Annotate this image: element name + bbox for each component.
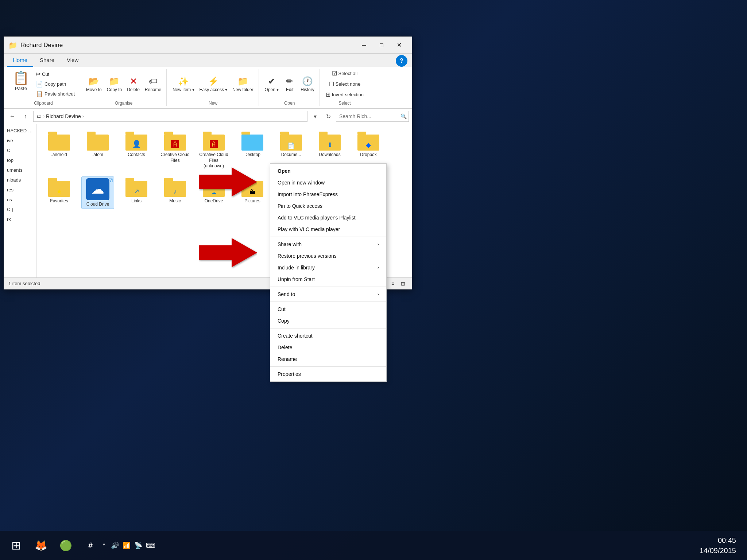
close-button[interactable]: ✕ <box>391 39 407 52</box>
sidebar-item-8[interactable]: C:) <box>4 205 36 214</box>
delete-button[interactable]: ✕ Delete <box>125 75 142 94</box>
paste-shortcut-button[interactable]: 📋 Paste shortcut <box>34 89 77 98</box>
sidebar-item-5[interactable]: nloads <box>4 175 36 185</box>
ctx-import-phraseexpress[interactable]: Import into PhraseExpress <box>270 188 386 200</box>
new-item-button[interactable]: ✨ New item ▾ <box>170 75 196 94</box>
edit-button[interactable]: ✏ Edit <box>282 75 298 94</box>
tab-view[interactable]: View <box>61 54 84 67</box>
window-controls: ─ □ ✕ <box>356 39 407 52</box>
refresh-button[interactable]: ↻ <box>323 111 334 122</box>
details-view-button[interactable]: ≡ <box>388 279 397 288</box>
ribbon-tabs: Home Share View <box>4 54 87 67</box>
help-button[interactable]: ? <box>396 55 407 67</box>
paste-button[interactable]: 📋 Paste <box>10 69 32 99</box>
minimize-button[interactable]: ─ <box>356 39 372 52</box>
tab-share[interactable]: Share <box>34 54 60 67</box>
address-dropdown-button[interactable]: ▾ <box>310 111 321 122</box>
back-button[interactable]: ← <box>7 111 18 122</box>
breadcrumb-richard[interactable]: Richard Devine <box>46 113 81 119</box>
contacts-overlay-icon: 👤 <box>132 140 141 148</box>
tray-icon-keyboard: ⌨ <box>146 541 155 549</box>
tab-home[interactable]: Home <box>7 54 33 67</box>
folder-cloud-drive[interactable]: ☑ ☁ Cloud Drive <box>81 176 114 209</box>
easy-access-button[interactable]: ⚡ Easy access ▾ <box>197 75 230 94</box>
ctx-cut[interactable]: Cut <box>270 303 386 315</box>
dropbox-overlay-icon: ◆ <box>366 141 371 149</box>
sidebar-item-3[interactable]: top <box>4 155 36 165</box>
up-button[interactable]: ↑ <box>20 111 31 122</box>
new-folder-icon: 📁 <box>237 76 248 86</box>
ctx-open-new-window[interactable]: Open in new window <box>270 177 386 188</box>
taskbar-firefox[interactable]: 🦊 <box>30 534 52 556</box>
adobe2-overlay-icon: 🅰 <box>210 140 218 149</box>
cut-button[interactable]: ✂ Cut <box>34 70 77 79</box>
search-icon[interactable]: 🔍 <box>400 113 407 119</box>
ctx-play-vlc[interactable]: Play with VLC media player <box>270 223 386 235</box>
copy-to-button[interactable]: 📁 Copy to <box>105 75 124 94</box>
ctx-sep-2 <box>270 287 386 287</box>
ctx-include-library[interactable]: Include in library › <box>270 262 386 273</box>
copy-path-button[interactable]: 📄 Copy path <box>34 79 77 89</box>
paste-icon: 📋 <box>13 70 29 86</box>
invert-selection-button[interactable]: ⊞ Invert selection <box>324 90 366 99</box>
folder-contacts[interactable]: 👤 Contacts <box>120 130 153 171</box>
folder-android[interactable]: .android <box>43 130 76 171</box>
start-button[interactable]: ⊞ <box>5 534 27 556</box>
ctx-create-shortcut[interactable]: Create shortcut <box>270 330 386 342</box>
breadcrumb-root[interactable]: 🗂 <box>36 113 42 119</box>
sidebar-item-2[interactable]: C <box>4 145 36 155</box>
taskbar-clock[interactable]: 00:45 14/09/2015 <box>700 535 743 556</box>
sidebar-item-7[interactable]: os <box>4 195 36 205</box>
sidebar-item-1[interactable]: ive <box>4 136 36 145</box>
sidebar-item-6[interactable]: res <box>4 185 36 195</box>
paste-shortcut-label: Paste shortcut <box>44 91 75 97</box>
folder-atom[interactable]: .atom <box>81 130 114 171</box>
sidebar-item-9[interactable]: rk <box>4 214 36 224</box>
search-wrapper: 🔍 <box>336 111 409 122</box>
delete-icon: ✕ <box>130 76 137 86</box>
ctx-sep-1 <box>270 237 386 237</box>
status-text: 1 item selected <box>8 281 40 286</box>
ctx-properties[interactable]: Properties <box>270 368 386 380</box>
ctx-sep-5 <box>270 366 386 367</box>
ctx-unpin-start[interactable]: Unpin from Start <box>270 273 386 285</box>
taskbar: ⊞ 🦊 🟢 # ^ 🔊 📶 📡 ⌨ 00:45 14/09/2015 <box>0 531 747 560</box>
folder-links[interactable]: ↗ Links <box>120 176 153 209</box>
ctx-open[interactable]: Open <box>270 165 386 177</box>
rename-button[interactable]: 🏷 Rename <box>143 75 163 94</box>
ctx-pin-quick-access[interactable]: Pin to Quick access <box>270 200 386 212</box>
ctx-add-vlc-playlist[interactable]: Add to VLC media player's Playlist <box>270 212 386 223</box>
ribbon-content: 📋 Paste ✂ Cut 📄 Copy path 📋 <box>4 67 412 108</box>
folder-creative-cloud[interactable]: 🅰 Creative Cloud Files <box>159 130 191 171</box>
move-to-button[interactable]: 📂 Move to <box>84 75 104 94</box>
ctx-delete[interactable]: Delete <box>270 342 386 353</box>
taskbar-hangouts[interactable]: 🟢 <box>55 534 77 556</box>
clipboard-group-label: Clipboard <box>10 99 77 106</box>
history-button[interactable]: 🕐 History <box>298 75 316 94</box>
select-all-button[interactable]: ☑ Select all <box>330 69 360 78</box>
ctx-send-to[interactable]: Send to › <box>270 288 386 300</box>
sidebar-item-0[interactable]: HACKED v2.0.↑ <box>4 126 36 136</box>
address-bar: ← ↑ 🗂 › Richard Devine › ▾ ↻ 🔍 <box>4 109 412 124</box>
ctx-share-with[interactable]: Share with › <box>270 238 386 250</box>
search-input[interactable] <box>336 111 409 122</box>
folder-creative-cloud-unknown[interactable]: 🅰 Creative Cloud Files (unknown) <box>197 130 230 171</box>
ctx-copy[interactable]: Copy <box>270 315 386 327</box>
ctx-restore-versions[interactable]: Restore previous versions <box>270 250 386 262</box>
taskbar-app3[interactable]: # <box>80 534 101 556</box>
ribbon-group-organise: 📂 Move to 📁 Copy to ✕ Delete 🏷 Rename <box>81 69 167 106</box>
open-button[interactable]: ✔ Open ▾ <box>263 75 281 94</box>
ctx-rename[interactable]: Rename <box>270 353 386 365</box>
cloud-drive-icon: ☁ <box>86 178 109 200</box>
large-icons-view-button[interactable]: ⊞ <box>399 279 407 288</box>
sidebar-item-4[interactable]: uments <box>4 165 36 175</box>
tray-chevron[interactable]: ^ <box>103 542 105 548</box>
folder-desktop[interactable]: Desktop <box>236 130 269 171</box>
folder-favorites[interactable]: ★ Favorites <box>43 176 76 209</box>
select-none-button[interactable]: ☐ Select none <box>327 79 363 89</box>
folder-music[interactable]: ♪ Music <box>159 176 191 209</box>
clipboard-right: ✂ Cut 📄 Copy path 📋 Paste shortcut <box>34 69 77 99</box>
address-path[interactable]: 🗂 › Richard Devine › <box>33 111 307 122</box>
new-folder-button[interactable]: 📁 New folder <box>230 75 255 94</box>
maximize-button[interactable]: □ <box>373 39 390 52</box>
